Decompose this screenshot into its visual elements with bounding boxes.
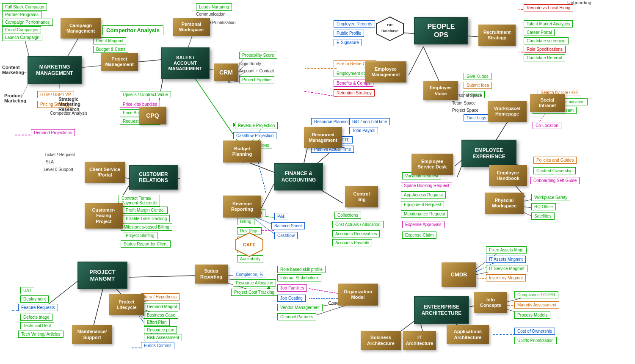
risk-assessment[interactable]: Risk Assessment <box>144 334 182 341</box>
inventory-mngmnt[interactable]: Inventory Mngmnt <box>486 274 526 281</box>
project-pipeline[interactable]: Project Pipeline <box>239 76 274 83</box>
personal-workspace-node[interactable]: PersonalWorkspace <box>173 18 210 36</box>
process-models[interactable]: Process Models <box>514 312 550 319</box>
project-cost-tracking[interactable]: Project Cost Tracking <box>231 289 277 296</box>
info-concepts-node[interactable]: InfoConcepts <box>474 292 507 313</box>
demand-mngmt[interactable]: Demand Mngmt <box>144 303 180 310</box>
bibl-nonbibl[interactable]: Bibl / non-bibl time <box>349 118 390 125</box>
defects-triage[interactable]: Defects triage <box>20 314 52 321</box>
uplifts-prioritization[interactable]: Uplifts Prioritization <box>514 337 557 344</box>
it-assets[interactable]: IT Assets Mngmnt <box>486 256 526 263</box>
onboarding-self-guide[interactable]: Onboarding Self-Guide <box>530 177 580 184</box>
customer-relations-node[interactable]: CUSTOMERRELATIONS <box>129 165 178 190</box>
enterprise-arch-node[interactable]: ENTEERPRISEARCHITECTURE <box>414 296 469 324</box>
uat[interactable]: UAT <box>20 287 34 294</box>
idea-hypothesis[interactable]: Idea / Hypothesis <box>141 293 179 301</box>
finance-accounting-node[interactable]: FINANCE &ACCOUNTING <box>274 163 323 190</box>
expense-approvals[interactable]: Expense Approvals <box>402 221 444 228</box>
email-campaigns[interactable]: Email Campaigns <box>2 26 41 33</box>
app-access[interactable]: App Access Request <box>401 191 446 199</box>
space-booking[interactable]: Space Booking Request <box>401 182 452 189</box>
status-report-client[interactable]: Status Report for Client <box>121 240 171 248</box>
effort-plan[interactable]: Effort Plan <box>144 319 170 326</box>
business-case[interactable]: Business Case <box>144 312 178 319</box>
co-location[interactable]: Co-Location <box>533 122 561 129</box>
compliance-gdpr[interactable]: Compliance / GDPR <box>514 291 558 298</box>
it-arch-node[interactable]: ITArchitecture <box>403 331 436 350</box>
status-reporting-node[interactable]: StatusReporting <box>195 265 228 284</box>
project-staffing[interactable]: Project Staffing <box>123 232 157 239</box>
job-costing[interactable]: Job Costing <box>277 295 306 302</box>
upsells-contract[interactable]: Upsells / Contract Value <box>120 91 171 98</box>
maintenance-request[interactable]: Maintenance Request <box>401 210 448 218</box>
fixed-assets[interactable]: Fixed Assets Mngt <box>486 246 527 254</box>
cost-actuals[interactable]: Cost Actuals / Allocation <box>332 221 384 228</box>
channel-partners[interactable]: Channel Partners <box>277 313 316 320</box>
candidate-screening[interactable]: Candidate screening <box>524 37 569 44</box>
project-mgmt-node[interactable]: PROJECTMANGMT <box>77 262 127 289</box>
physical-workspace-node[interactable]: PhyscialWorkspace <box>485 193 524 214</box>
cpq-node[interactable]: CPQ <box>139 107 166 124</box>
job-families[interactable]: Job Families <box>277 284 307 292</box>
total-payroll[interactable]: Total Payroll <box>349 127 378 134</box>
contract-terms[interactable]: Contract Terms/Payment Schedule <box>119 195 160 207</box>
maturity-assessment[interactable]: Maturity Assessment <box>514 301 559 309</box>
probability-score[interactable]: Probability Score <box>239 52 277 59</box>
project-lifecycle-node[interactable]: ProjectLifecycle <box>109 294 144 315</box>
employee-voice-node[interactable]: EmployeeVoice <box>423 81 458 100</box>
launch-campaign[interactable]: Launch Campaign <box>2 34 42 41</box>
role-specifications[interactable]: Role Specifications <box>524 46 566 53</box>
satellites[interactable]: Satellites <box>531 212 555 220</box>
technical-debt[interactable]: Technical Debt <box>20 322 54 329</box>
it-service[interactable]: IT Service Mngmnt <box>486 265 527 272</box>
full-stack-campaign[interactable]: Full Stack Campaign <box>2 3 47 11</box>
demand-projections[interactable]: Demand Projections <box>31 129 75 136</box>
cashflow-bs[interactable]: Cashflow <box>274 232 298 239</box>
controlling-node[interactable]: Controlling <box>345 186 378 207</box>
resource-planning[interactable]: Resource Planning <box>311 118 353 125</box>
employee-mgmt-node[interactable]: EmployeeManagement <box>365 61 406 83</box>
remote-local-hiring[interactable]: Remote vs Local Hiring <box>524 4 573 11</box>
billing[interactable]: Billing <box>237 218 254 225</box>
talent-market[interactable]: Talent Market Analytics <box>524 20 573 28</box>
collections[interactable]: Collections <box>334 212 361 219</box>
marketing-management-node[interactable]: MARKETING MANAGEMENT <box>28 56 82 84</box>
employee-records[interactable]: Employee Records <box>334 20 375 28</box>
revenue-projection[interactable]: Revenue Projection <box>235 122 278 129</box>
recruitment-node[interactable]: RecruitmentStrategy <box>478 25 516 46</box>
profit-margin[interactable]: Profit Margin Control <box>123 207 168 214</box>
crm-node[interactable]: CRM <box>214 63 238 81</box>
retention-strategy[interactable]: Retention Strategy <box>334 89 375 97</box>
content-ownership[interactable]: Content Ownership <box>533 167 576 174</box>
give-kudos[interactable]: Give Kudos <box>464 73 491 80</box>
completion-pct[interactable]: Completion, % <box>233 271 266 278</box>
applications-arch-node[interactable]: ApplicationsArchitecture <box>447 325 489 344</box>
cmdb-node[interactable]: CMDB <box>442 262 476 287</box>
pnl[interactable]: P&L <box>274 213 288 220</box>
campaign-performance[interactable]: Campaign Performance <box>2 19 53 26</box>
budget-planning-node[interactable]: BudgetPlanning <box>223 141 261 163</box>
policies-guides[interactable]: Policies and Guides <box>533 157 577 164</box>
time-logs[interactable]: Time Logs <box>464 114 489 121</box>
hq-office[interactable]: HQ Office <box>531 203 556 210</box>
org-model-node[interactable]: OrganizationModel <box>338 284 378 306</box>
deployment[interactable]: Deployment <box>20 295 49 303</box>
vendor-mgmt[interactable]: Vendor Management <box>277 304 323 311</box>
sales-account-mgmt-node[interactable]: SALES /ACCOUNTMANAGEMENT <box>161 47 210 79</box>
resource-mgmt-node[interactable]: Resource/Management <box>304 127 342 148</box>
employee-handbook-node[interactable]: EmployeeHandbook <box>489 165 527 186</box>
accounts-payable[interactable]: Accounts Payable <box>332 239 372 246</box>
equipment-request[interactable]: Equipment Request <box>401 201 444 208</box>
internal-stakeholder[interactable]: Internal Stakeholder <box>277 274 321 281</box>
role-skill-profile[interactable]: Role based skill profile <box>277 266 326 273</box>
workspace-homepage-node[interactable]: Workspace/Homepage <box>488 101 527 122</box>
submit-idea[interactable]: Submit Idea <box>464 82 492 89</box>
project-management-node[interactable]: ProjectManagement <box>101 53 138 71</box>
leads-nurturing[interactable]: Leads Nurturing <box>196 3 232 11</box>
partner-programs[interactable]: Partner Programs <box>2 11 41 18</box>
customer-project-node[interactable]: Customer-FacingProject <box>85 203 123 229</box>
feature-requests[interactable]: Feature Requests <box>18 304 58 311</box>
resource-plan[interactable]: Resource plan <box>144 326 177 334</box>
candidate-referral[interactable]: Candidate Referral <box>524 54 565 61</box>
social-intranet-node[interactable]: SocialIntranet <box>530 94 565 112</box>
